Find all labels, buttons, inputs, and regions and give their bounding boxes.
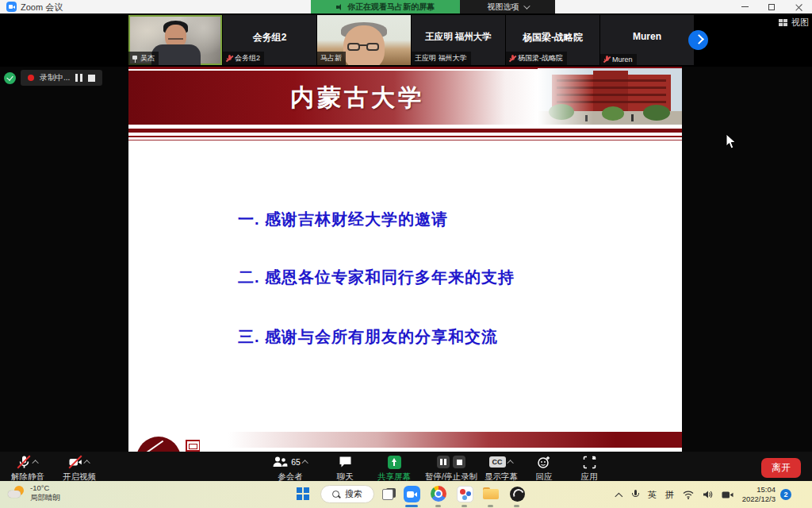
apps-button[interactable]: 应用 [571, 455, 607, 483]
recording-dot-icon [28, 75, 34, 81]
start-button[interactable] [293, 484, 312, 503]
view-button[interactable]: 视图 [779, 17, 809, 29]
apps-icon [583, 456, 596, 469]
window-titlebar: Zoom 会议 你正在观看马占新的屏幕 视图选项 [0, 0, 812, 13]
folder-icon [483, 487, 499, 500]
window-controls [731, 0, 812, 13]
muted-mic-icon [226, 55, 232, 63]
recording-status-text: 录制中... [40, 72, 70, 83]
tile-name-label: Muren [600, 54, 637, 65]
tray-time: 15:04 [756, 485, 776, 494]
share-screen-icon [388, 456, 401, 469]
tray-mic-icon[interactable] [632, 490, 639, 499]
chat-icon [339, 456, 352, 468]
camera-in-use-icon[interactable] [722, 491, 733, 499]
taskbar-obs-app[interactable] [508, 484, 527, 503]
logo-seal-glyph [186, 440, 200, 452]
video-options-caret[interactable] [83, 460, 90, 466]
video-tile-yangguoliang[interactable]: 杨国梁-战略院 杨国梁-战略院 [506, 15, 599, 65]
window-title: Zoom 会议 [21, 2, 63, 13]
reactions-button[interactable]: 回应 [527, 455, 561, 483]
participant-name: Muren [600, 31, 694, 42]
taskbar-meeting-app[interactable] [455, 484, 474, 503]
windows-taskbar: -10°C 局部晴朗 搜索 英 拼 [0, 481, 812, 508]
search-placeholder: 搜索 [345, 488, 362, 500]
taskbar-file-explorer[interactable] [481, 484, 500, 503]
tile-name-label: 马占新 [317, 52, 346, 65]
wifi-icon[interactable] [683, 490, 694, 499]
chrome-icon [431, 486, 446, 502]
close-icon [795, 3, 802, 10]
minimize-button[interactable] [731, 0, 758, 13]
ime-language-indicator[interactable]: 英 [648, 489, 657, 501]
recording-indicator: 录制中... [4, 70, 102, 86]
slide-footer-band [128, 432, 682, 448]
camera-off-icon [68, 455, 82, 469]
task-view-button[interactable] [379, 484, 398, 503]
participants-button[interactable]: 65 参会者 [262, 455, 319, 483]
taskbar-clock[interactable]: 15:04 2022/12/3 [742, 485, 776, 505]
video-tile-mazhanxin[interactable]: 马占新 [317, 15, 411, 65]
video-tile-wujie[interactable]: 吴杰 [128, 15, 222, 65]
view-options-label: 视图选项 [488, 2, 519, 13]
grid-view-icon [779, 19, 787, 26]
pin-icon [132, 55, 138, 63]
taskbar-search[interactable]: 搜索 [320, 485, 374, 503]
view-options-button[interactable]: 视图选项 [460, 0, 555, 13]
mouse-cursor [726, 133, 737, 150]
leave-button[interactable]: 离开 [761, 458, 801, 478]
slide-title: 内蒙古大学 [128, 82, 682, 114]
video-tile-muren[interactable]: Muren Muren [600, 15, 694, 65]
unmute-button[interactable]: 解除静音 [3, 455, 52, 483]
cc-icon: CC [489, 456, 506, 468]
system-tray: 英 拼 15:04 2022/12/3 [618, 481, 776, 508]
security-shield-icon[interactable] [4, 72, 16, 84]
slide-bullet-3: 三. 感谢与会所有朋友的分享和交流 [238, 326, 498, 348]
start-video-button[interactable]: 开启视频 [54, 455, 105, 483]
video-tile-huiwuzu2[interactable]: 会务组2 会务组2 [223, 15, 316, 65]
watching-screen-banner: 你正在观看马占新的屏幕 [311, 0, 460, 13]
captions-caret[interactable] [507, 460, 513, 466]
pause-stop-recording-button[interactable]: 暂停/停止录制 [419, 455, 484, 483]
chat-button[interactable]: 聊天 [325, 455, 365, 483]
tray-date: 2022/12/3 [742, 495, 776, 503]
participants-caret[interactable] [301, 460, 308, 466]
close-button[interactable] [785, 0, 812, 13]
video-filmstrip: 吴杰 会务组2 会务组2 马占新 王应明 福州大学 王应明 福州大学 [0, 13, 812, 67]
maximize-icon [768, 4, 775, 10]
zoom-app-icon [6, 2, 17, 12]
stop-recording-icon[interactable] [88, 75, 95, 82]
participant-name: 王应明 福州大学 [412, 31, 505, 43]
tri-circle-app-icon [457, 486, 473, 502]
show-captions-button[interactable]: CC 显示字幕 [481, 455, 522, 483]
zoom-icon [404, 486, 420, 502]
muted-mic-icon [603, 56, 610, 64]
taskbar-chrome-app[interactable] [429, 484, 448, 503]
speaker-icon [336, 3, 343, 10]
participant-name: 杨国梁-战略院 [506, 31, 599, 44]
pause-icon[interactable] [437, 456, 450, 468]
ime-mode-indicator[interactable]: 拼 [665, 489, 674, 501]
chevron-down-icon [523, 2, 530, 9]
minimize-icon [741, 6, 749, 8]
search-icon [332, 491, 340, 498]
muted-mic-icon [509, 55, 515, 63]
speaker-icon-tray[interactable] [703, 490, 713, 499]
taskbar-zoom-app[interactable] [402, 484, 421, 503]
mic-options-caret[interactable] [32, 460, 38, 466]
slide-bullet-1: 一. 感谢吉林财经大学的邀请 [238, 209, 448, 230]
notification-badge[interactable]: 2 [780, 489, 791, 500]
task-view-icon [382, 488, 396, 500]
maximize-button[interactable] [758, 0, 785, 13]
stop-icon[interactable] [453, 456, 465, 468]
participant-name: 会务组2 [223, 31, 316, 44]
mic-muted-icon [17, 455, 31, 469]
tile-name-label: 王应明 福州大学 [412, 52, 471, 65]
pause-recording-icon[interactable] [75, 74, 82, 82]
share-screen-button[interactable]: 共享屏幕 [370, 455, 419, 483]
meeting-toolbar: 解除静音 开启视频 65 参会者 聊天 [0, 452, 812, 481]
next-participants-button[interactable] [688, 30, 708, 50]
obs-icon [510, 487, 525, 502]
video-tile-wangyingming[interactable]: 王应明 福州大学 王应明 福州大学 [412, 15, 505, 65]
participants-count: 65 [291, 457, 301, 467]
